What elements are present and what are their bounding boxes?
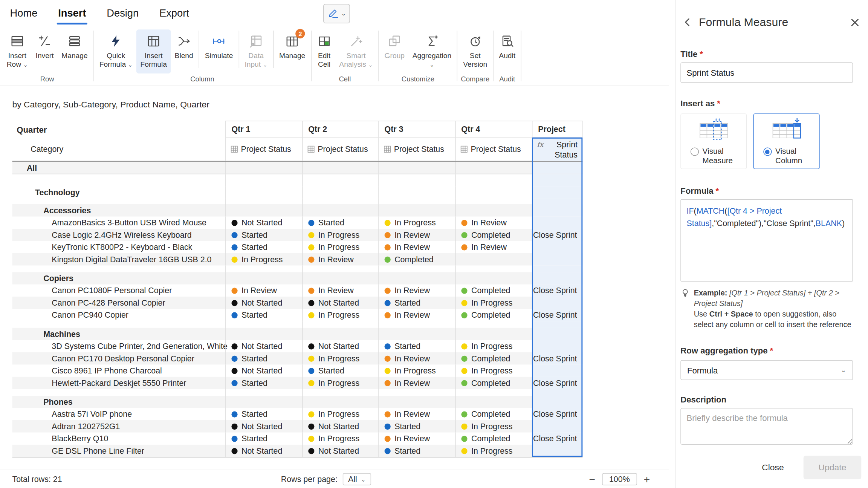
row-label[interactable]: Case Logic 2.4GHz Wireless Keyboard — [12, 229, 225, 241]
column-simulate-button[interactable]: Simulate — [201, 29, 237, 73]
status-cell[interactable]: Completed — [455, 352, 532, 364]
status-cell[interactable] — [302, 328, 378, 340]
status-cell[interactable] — [378, 396, 455, 408]
status-cell[interactable]: In Progress — [302, 377, 378, 389]
status-cell[interactable]: Completed — [455, 309, 532, 321]
status-cell[interactable]: In Progress — [225, 253, 302, 265]
status-cell[interactable]: Completed — [455, 285, 532, 297]
project-cell[interactable] — [532, 204, 582, 216]
project-status-subheader[interactable]: Project Status — [455, 138, 532, 161]
status-cell[interactable]: In Review — [225, 285, 302, 297]
status-cell[interactable]: Started — [302, 364, 378, 376]
status-cell[interactable]: In Progress — [455, 340, 532, 352]
row-label[interactable]: KeyTronic KT800P2 - Keyboard - Black — [12, 241, 225, 253]
col-header-qtr-2[interactable]: Qtr 2 — [302, 121, 378, 137]
status-cell[interactable]: Started — [225, 433, 302, 445]
status-cell[interactable]: In Review — [378, 241, 455, 253]
project-cell[interactable]: Close Sprint — [532, 352, 582, 364]
status-cell[interactable] — [455, 396, 532, 408]
status-cell[interactable] — [225, 328, 302, 340]
status-cell[interactable]: Not Started — [225, 364, 302, 376]
status-cell[interactable]: In Review — [378, 408, 455, 420]
project-cell[interactable]: Close Sprint — [532, 408, 582, 420]
status-cell[interactable]: In Progress — [378, 364, 455, 376]
status-cell[interactable]: In Progress — [302, 309, 378, 321]
status-cell[interactable]: In Review — [378, 377, 455, 389]
project-cell[interactable]: Close Sprint — [532, 377, 582, 389]
col-header-qtr-1[interactable]: Qtr 1 — [225, 121, 302, 137]
status-cell[interactable] — [302, 204, 378, 216]
project-cell[interactable] — [532, 272, 582, 284]
status-cell[interactable]: Not Started — [225, 217, 302, 229]
back-button[interactable] — [682, 17, 694, 28]
status-cell[interactable]: Started — [225, 352, 302, 364]
rows-per-page-select[interactable]: All ⌄ — [342, 473, 371, 485]
zoom-out-button[interactable]: − — [589, 474, 595, 485]
project-status-subheader[interactable]: Project Status — [302, 138, 378, 161]
project-status-subheader[interactable]: Project Status — [225, 138, 302, 161]
col-header-qtr-3[interactable]: Qtr 3 — [378, 121, 455, 137]
project-cell[interactable]: Close Sprint — [532, 433, 582, 445]
status-cell[interactable] — [302, 187, 378, 199]
insert-as-option-visual-measure[interactable]: Visual Measure — [680, 113, 747, 169]
status-cell[interactable]: Started — [225, 229, 302, 241]
status-cell[interactable]: In Review — [302, 253, 378, 265]
status-cell[interactable]: In Review — [455, 241, 532, 253]
status-cell[interactable]: Not Started — [302, 340, 378, 352]
edit-mode-dropdown[interactable]: ⌄ — [323, 4, 350, 23]
status-cell[interactable]: In Progress — [302, 408, 378, 420]
status-cell[interactable] — [455, 187, 532, 199]
column-insert-formula-button[interactable]: InsertFormula — [136, 29, 171, 73]
status-cell[interactable] — [302, 162, 378, 174]
status-cell[interactable]: In Progress — [302, 229, 378, 241]
customize-aggregation-button[interactable]: Aggregation⌄ — [408, 29, 455, 73]
status-cell[interactable]: Not Started — [225, 445, 302, 457]
project-cell[interactable] — [532, 297, 582, 309]
status-cell[interactable] — [455, 328, 532, 340]
status-cell[interactable] — [302, 396, 378, 408]
row-aggregation-select[interactable]: Formula ⌄ — [680, 360, 853, 380]
project-cell[interactable] — [532, 253, 582, 265]
pivot-corner-quarter[interactable]: Quarter — [12, 121, 225, 137]
status-cell[interactable] — [378, 328, 455, 340]
project-cell[interactable] — [532, 187, 582, 199]
row-label[interactable]: Canon PC-428 Personal Copier — [12, 297, 225, 309]
close-button[interactable]: Close — [747, 456, 799, 479]
project-cell[interactable] — [532, 396, 582, 408]
status-cell[interactable]: Started — [225, 408, 302, 420]
status-cell[interactable]: In Progress — [378, 217, 455, 229]
status-cell[interactable]: In Review — [455, 217, 532, 229]
status-cell[interactable]: Completed — [455, 408, 532, 420]
zoom-in-button[interactable]: + — [644, 474, 650, 485]
project-cell[interactable] — [532, 420, 582, 432]
project-cell[interactable]: Close Sprint — [532, 229, 582, 241]
tab-insert[interactable]: Insert — [57, 0, 87, 26]
radio-unselected[interactable] — [690, 147, 698, 156]
column-blend-button[interactable]: Blend — [171, 29, 197, 73]
status-cell[interactable]: In Review — [378, 309, 455, 321]
row-label[interactable]: All — [12, 162, 225, 174]
status-cell[interactable]: In Progress — [455, 420, 532, 432]
status-cell[interactable] — [378, 204, 455, 216]
project-cell[interactable] — [532, 217, 582, 229]
status-cell[interactable] — [302, 272, 378, 284]
status-cell[interactable]: Started — [225, 309, 302, 321]
status-cell[interactable] — [225, 272, 302, 284]
status-cell[interactable] — [455, 272, 532, 284]
status-cell[interactable]: In Progress — [302, 352, 378, 364]
row-invert-button[interactable]: Invert — [32, 29, 58, 73]
row-label[interactable]: Aastra 57i VoIP phone — [12, 408, 225, 420]
status-cell[interactable]: In Progress — [302, 433, 378, 445]
row-label[interactable]: GE DSL Phone Line Filter — [12, 445, 225, 457]
status-cell[interactable] — [225, 396, 302, 408]
zoom-level[interactable]: 100% — [602, 473, 637, 485]
status-cell[interactable]: Not Started — [225, 297, 302, 309]
sprint-status-formula-header[interactable]: fxSprint Status — [532, 138, 582, 161]
row-label[interactable]: Canon PC1080F Personal Copier — [12, 285, 225, 297]
status-cell[interactable]: Completed — [455, 229, 532, 241]
status-cell[interactable] — [378, 272, 455, 284]
row-insert-row-button[interactable]: InsertRow ⌄ — [3, 29, 32, 73]
status-cell[interactable]: In Progress — [455, 445, 532, 457]
row-label[interactable]: Phones — [12, 396, 225, 408]
status-cell[interactable]: Started — [225, 241, 302, 253]
